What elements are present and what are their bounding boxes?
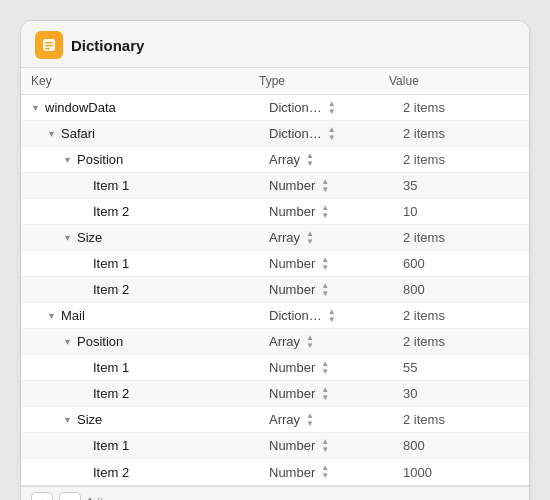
- type-cell: Array▲▼: [269, 152, 399, 168]
- table-area: Key Type Value ▾windowDataDiction…▲▼2 it…: [21, 67, 529, 486]
- table-row[interactable]: Item 2Number▲▼10: [21, 199, 529, 225]
- card-header: Dictionary: [21, 21, 529, 67]
- key-text: Size: [77, 412, 102, 427]
- key-cell: ▾windowData: [21, 97, 269, 118]
- value-cell: 2 items: [399, 152, 529, 167]
- type-cell: Number▲▼: [269, 178, 399, 194]
- chevron-icon[interactable]: ▾: [29, 102, 41, 113]
- key-cell: ▾Size: [21, 409, 269, 430]
- tree-rows: ▾windowDataDiction…▲▼2 items▾SafariDicti…: [21, 95, 529, 485]
- key-text: Item 2: [93, 465, 129, 480]
- key-text: Position: [77, 152, 123, 167]
- value-cell: 800: [399, 282, 529, 297]
- table-row[interactable]: ▾PositionArray▲▼2 items: [21, 329, 529, 355]
- value-cell: 55: [399, 360, 529, 375]
- type-stepper-arrows[interactable]: ▲▼: [306, 230, 314, 246]
- type-cell: Number▲▼: [269, 256, 399, 272]
- type-stepper-arrows[interactable]: ▲▼: [306, 412, 314, 428]
- type-stepper-arrows[interactable]: ▲▼: [321, 256, 329, 272]
- key-text: windowData: [45, 100, 116, 115]
- type-cell: Number▲▼: [269, 282, 399, 298]
- key-text: Item 2: [93, 386, 129, 401]
- value-cell: 2 items: [399, 412, 529, 427]
- value-cell: 600: [399, 256, 529, 271]
- chevron-icon[interactable]: ▾: [61, 414, 73, 425]
- type-stepper-arrows[interactable]: ▲▼: [321, 204, 329, 220]
- chevron-icon[interactable]: ▾: [61, 154, 73, 165]
- table-row[interactable]: ▾SafariDiction…▲▼2 items: [21, 121, 529, 147]
- key-text: Size: [77, 230, 102, 245]
- table-row[interactable]: Item 1Number▲▼600: [21, 251, 529, 277]
- table-row[interactable]: Item 2Number▲▼30: [21, 381, 529, 407]
- table-row[interactable]: ▾SizeArray▲▼2 items: [21, 407, 529, 433]
- type-stepper-arrows[interactable]: ▲▼: [306, 334, 314, 350]
- key-cell: Item 2: [21, 279, 269, 300]
- value-cell: 10: [399, 204, 529, 219]
- type-stepper-arrows[interactable]: ▲▼: [321, 282, 329, 298]
- col-key: Key: [31, 72, 259, 90]
- type-stepper-arrows[interactable]: ▲▼: [306, 152, 314, 168]
- value-cell: 30: [399, 386, 529, 401]
- table-row[interactable]: Item 2Number▲▼800: [21, 277, 529, 303]
- type-cell: Diction…▲▼: [269, 308, 399, 324]
- dictionary-header-icon: [35, 31, 63, 59]
- remove-button[interactable]: −: [59, 492, 81, 500]
- dictionary-card: Dictionary Key Type Value ▾windowDataDic…: [20, 20, 530, 500]
- key-text: Item 1: [93, 360, 129, 375]
- column-headers: Key Type Value: [21, 68, 529, 95]
- key-cell: Item 1: [21, 253, 269, 274]
- table-row[interactable]: ▾MailDiction…▲▼2 items: [21, 303, 529, 329]
- table-row[interactable]: ▾windowDataDiction…▲▼2 items: [21, 95, 529, 121]
- type-stepper-arrows[interactable]: ▲▼: [321, 464, 329, 480]
- type-cell: Number▲▼: [269, 204, 399, 220]
- chevron-icon[interactable]: ▾: [61, 232, 73, 243]
- value-cell: 2 items: [399, 334, 529, 349]
- value-cell: 2 items: [399, 126, 529, 141]
- header-title: Dictionary: [71, 37, 144, 54]
- key-cell: Item 1: [21, 435, 269, 456]
- col-type: Type: [259, 72, 389, 90]
- table-row[interactable]: ▾PositionArray▲▼2 items: [21, 147, 529, 173]
- type-cell: Number▲▼: [269, 386, 399, 402]
- key-cell: ▾Safari: [21, 123, 269, 144]
- key-text: Item 1: [93, 256, 129, 271]
- type-cell: Array▲▼: [269, 230, 399, 246]
- key-text: Mail: [61, 308, 85, 323]
- key-cell: Item 1: [21, 175, 269, 196]
- table-row[interactable]: Item 1Number▲▼55: [21, 355, 529, 381]
- type-cell: Array▲▼: [269, 412, 399, 428]
- type-stepper-arrows[interactable]: ▲▼: [321, 360, 329, 376]
- key-cell: ▾Mail: [21, 305, 269, 326]
- type-cell: Diction…▲▼: [269, 100, 399, 116]
- value-cell: 2 items: [399, 308, 529, 323]
- svg-rect-2: [45, 45, 53, 47]
- type-stepper-arrows[interactable]: ▲▼: [328, 308, 336, 324]
- key-text: Item 1: [93, 438, 129, 453]
- type-stepper-arrows[interactable]: ▲▼: [328, 126, 336, 142]
- type-stepper-arrows[interactable]: ▲▼: [321, 178, 329, 194]
- item-count: 1 item: [87, 496, 120, 500]
- add-button[interactable]: +: [31, 492, 53, 500]
- key-text: Item 1: [93, 178, 129, 193]
- type-cell: Number▲▼: [269, 438, 399, 454]
- key-cell: Item 2: [21, 201, 269, 222]
- key-cell: Item 2: [21, 462, 269, 483]
- chevron-icon[interactable]: ▾: [61, 336, 73, 347]
- type-stepper-arrows[interactable]: ▲▼: [321, 386, 329, 402]
- type-cell: Diction…▲▼: [269, 126, 399, 142]
- value-cell: 2 items: [399, 230, 529, 245]
- key-cell: ▾Size: [21, 227, 269, 248]
- table-row[interactable]: Item 1Number▲▼800: [21, 433, 529, 459]
- table-row[interactable]: Item 1Number▲▼35: [21, 173, 529, 199]
- key-cell: ▾Position: [21, 331, 269, 352]
- table-row[interactable]: Item 2Number▲▼1000: [21, 459, 529, 485]
- chevron-icon[interactable]: ▾: [45, 128, 57, 139]
- value-cell: 35: [399, 178, 529, 193]
- table-row[interactable]: ▾SizeArray▲▼2 items: [21, 225, 529, 251]
- key-text: Item 2: [93, 282, 129, 297]
- type-stepper-arrows[interactable]: ▲▼: [328, 100, 336, 116]
- type-stepper-arrows[interactable]: ▲▼: [321, 438, 329, 454]
- chevron-icon[interactable]: ▾: [45, 310, 57, 321]
- value-cell: 1000: [399, 465, 529, 480]
- toolbar: + − 1 item: [21, 486, 529, 500]
